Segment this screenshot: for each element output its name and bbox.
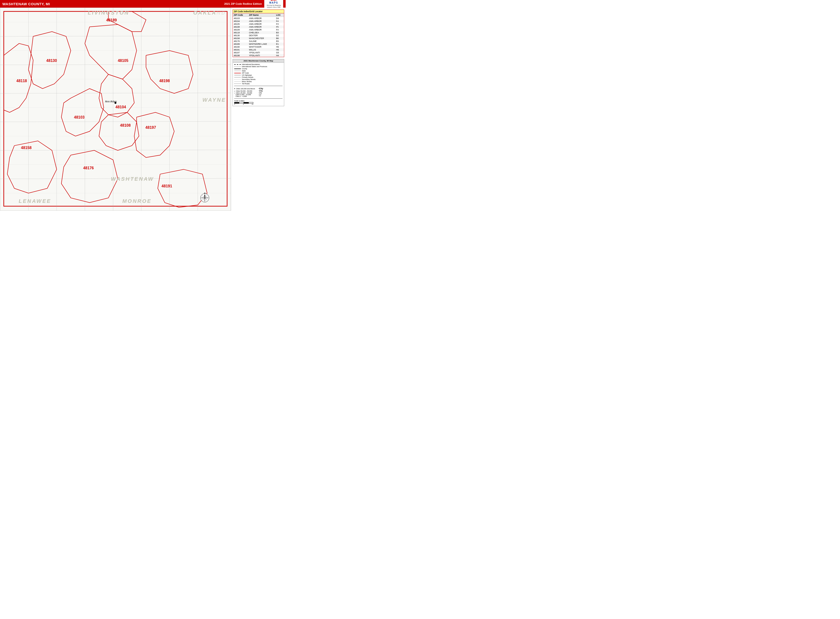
table-row: 48198YPSILANTIH4: [233, 54, 284, 57]
legend-row-city-5k: · Cities 5,000 - 24,999: [234, 94, 258, 96]
table-row: 48118CHELSEAB3: [233, 31, 284, 34]
legend-title: 2021 Washtenaw County, MI Map: [233, 59, 284, 63]
table-row: 48104ANN ARBORF4: [233, 20, 284, 22]
legend-row-state: State: [234, 70, 282, 72]
table-row: 48158MANCHESTERB6: [233, 37, 284, 40]
legend-row-state-boundary: International States and Provinces: [234, 66, 282, 67]
svg-line-2: [0, 64, 231, 65]
legend-city-label-50k: ·City: [259, 90, 282, 92]
page-title: WASHTENAW COUNTY, MI: [2, 2, 50, 6]
legend-col-right: ·City ·City ·City ·City ·city: [259, 87, 282, 97]
col-loc: LOC: [275, 13, 284, 17]
table-row: 48108ANN ARBORF5: [233, 25, 284, 28]
legend-col-left: • Cities 100,000 and Above • Cities 50,0…: [234, 87, 258, 97]
main-content: N LIVINGSTON OAKLAND WAYNE WASHTENAW LEN…: [0, 7, 285, 211]
edition-label: 2021 ZIP Code Redline Edition: [224, 2, 262, 5]
table-row: 48197YPSILANTIG5: [233, 51, 284, 54]
svg-line-6: [0, 178, 231, 179]
table-row: 48109ANN ARBORF4: [233, 28, 284, 31]
col-zipcode: ZIP Code: [233, 13, 248, 17]
legend-row-intl-boundary: International Boundaries: [234, 64, 282, 65]
svg-line-4: [0, 121, 231, 122]
legend-row-primary: Primary Streets: [234, 76, 282, 78]
table-row: 48105ANN ARBORF3: [233, 22, 284, 25]
legend-row-zipcode: ZIP Code: [234, 72, 282, 74]
svg-rect-0: [4, 11, 227, 206]
map-area: N LIVINGSTON OAKLAND WAYNE WASHTENAW LEN…: [0, 7, 231, 211]
svg-line-3: [0, 93, 231, 93]
right-panel: ZIP Code Index/Grid Locator ZIP Code ZIP…: [231, 7, 285, 211]
legend-content: International Boundaries International S…: [233, 63, 284, 106]
legend-city-label-100k: ·City: [259, 87, 282, 90]
table-row: 48103ANN ARBORD4: [233, 17, 284, 20]
legend-city-label-25k: ·City: [259, 92, 282, 94]
zip-table: ZIP Code ZIP Name LOC 48103ANN ARBORD448…: [233, 13, 284, 57]
zip-table-body: 48103ANN ARBORD448104ANN ARBORF448105ANN…: [233, 17, 284, 57]
zip-index-title: ZIP Code Index/Grid Locator: [233, 10, 284, 13]
table-row: 48189WHITMORE LAKEE1: [233, 43, 284, 45]
table-row: 48130DEXTERD2: [233, 34, 284, 37]
legend-row-county: County: [234, 68, 282, 70]
page-header: WASHTENAW COUNTY, MI 2021 ZIP Code Redli…: [0, 0, 285, 7]
map-svg: N: [0, 8, 231, 211]
legend-row-city-100k: • Cities 100,000 and Above: [234, 87, 258, 90]
legend-row-toll: Toll Roads: [234, 83, 282, 85]
legend-city-label-1k: ·city: [259, 95, 282, 96]
logo-text: ▶arget MAPS Serving the Mapping Industry…: [267, 0, 281, 8]
legend-row-minor: Minor Streets: [234, 81, 282, 82]
legend-row-city-1k: · Cities 1 - 4,999: [234, 96, 258, 97]
legend-box: 2021 Washtenaw County, MI Map Internatio…: [233, 59, 284, 106]
table-row: 48176SALINEE6: [233, 40, 284, 43]
legend-row-city-25k: • Cities 25,000 - 49,999: [234, 92, 258, 94]
scale-indicator: Scale in Miles 0 5 10: [234, 100, 282, 105]
svg-point-21: [115, 102, 117, 104]
legend-row-city-50k: • Cities 50,000 - 99,999: [234, 90, 258, 92]
table-row: 48190WHITTAKERH6: [233, 45, 284, 48]
svg-line-5: [0, 150, 231, 151]
col-zipname: ZIP Name: [248, 13, 275, 17]
legend-row-us-hwy: US Highways: [234, 74, 282, 76]
zip-index: ZIP Code Index/Grid Locator ZIP Code ZIP…: [233, 9, 284, 57]
table-row: 48191WILLISH6: [233, 48, 284, 51]
legend-row-secondary: Secondary Streets: [234, 79, 282, 80]
svg-text:N: N: [204, 192, 205, 194]
